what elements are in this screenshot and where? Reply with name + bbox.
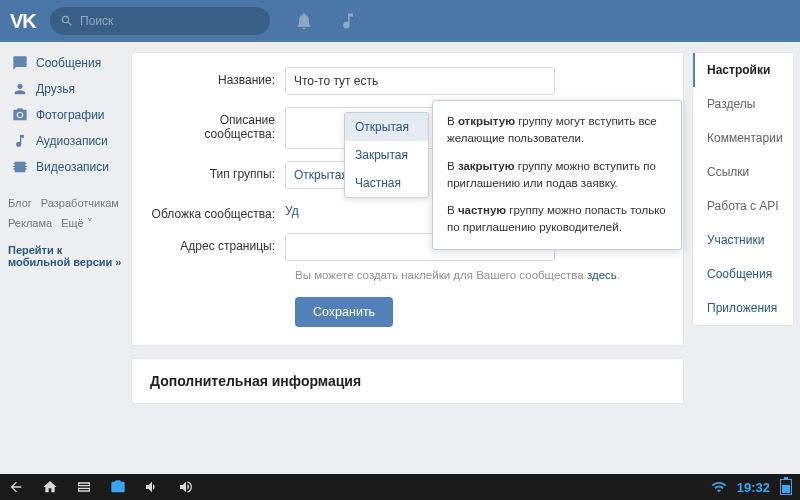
search-box[interactable] bbox=[50, 7, 270, 35]
left-sidebar: Сообщения Друзья Фотографии Аудиозаписи … bbox=[0, 42, 125, 474]
right-tabs-panel: Настройки Разделы Комментарии Ссылки Раб… bbox=[692, 52, 794, 326]
footer-link-dev[interactable]: Разработчикам bbox=[41, 197, 119, 209]
rtab-comments[interactable]: Комментарии bbox=[693, 121, 793, 155]
vk-logo[interactable]: VK bbox=[10, 10, 38, 33]
search-input[interactable] bbox=[80, 14, 260, 28]
search-icon bbox=[60, 14, 74, 28]
sidebar-item-audio[interactable]: Аудиозаписи bbox=[8, 128, 125, 154]
sidebar-item-label: Аудиозаписи bbox=[36, 134, 108, 148]
dropdown-option-open[interactable]: Открытая bbox=[345, 113, 428, 141]
name-label: Название: bbox=[150, 67, 285, 87]
main-content: Название: Описание сообщества: Тип групп… bbox=[125, 42, 692, 474]
group-type-label: Тип группы: bbox=[150, 161, 285, 181]
footer-links: Блог Разработчикам Реклама Ещё ˅ bbox=[8, 194, 125, 234]
volume-down-icon[interactable] bbox=[144, 479, 160, 495]
sidebar-item-video[interactable]: Видеозаписи bbox=[8, 154, 125, 180]
chat-icon bbox=[12, 55, 28, 71]
description-label: Описание сообщества: bbox=[150, 107, 285, 141]
footer-link-ads[interactable]: Реклама bbox=[8, 217, 52, 229]
bell-icon[interactable] bbox=[294, 11, 314, 31]
camera-icon bbox=[12, 107, 28, 123]
android-taskbar: 19:32 bbox=[0, 474, 800, 500]
back-icon[interactable] bbox=[8, 479, 24, 495]
cover-label: Обложка сообщества: bbox=[150, 201, 285, 221]
sidebar-item-messages[interactable]: Сообщения bbox=[8, 50, 125, 76]
footer-link-more[interactable]: Ещё ˅ bbox=[61, 217, 93, 229]
sidebar-item-label: Видеозаписи bbox=[36, 160, 109, 174]
video-icon bbox=[12, 159, 28, 175]
battery-icon bbox=[780, 479, 792, 495]
rtab-sections[interactable]: Разделы bbox=[693, 87, 793, 121]
stickers-link[interactable]: здесь bbox=[587, 269, 617, 281]
sidebar-item-label: Фотографии bbox=[36, 108, 105, 122]
sidebar-item-label: Сообщения bbox=[36, 56, 101, 70]
rtab-members[interactable]: Участники bbox=[693, 223, 793, 257]
rtab-settings[interactable]: Настройки bbox=[693, 53, 793, 87]
wifi-icon bbox=[711, 479, 727, 495]
right-sidebar: Настройки Разделы Комментарии Ссылки Раб… bbox=[692, 42, 800, 474]
top-bar: VK bbox=[0, 0, 800, 42]
name-input[interactable] bbox=[285, 67, 555, 95]
clock-time: 19:32 bbox=[737, 480, 770, 495]
additional-info-title: Дополнительная информация bbox=[150, 373, 665, 389]
cover-link[interactable]: Уд bbox=[285, 204, 299, 218]
rtab-api[interactable]: Работа с API bbox=[693, 189, 793, 223]
camera-app-icon[interactable] bbox=[110, 479, 126, 495]
footer-link-blog[interactable]: Блог bbox=[8, 197, 32, 209]
sidebar-item-friends[interactable]: Друзья bbox=[8, 76, 125, 102]
additional-info-panel: Дополнительная информация bbox=[131, 358, 684, 404]
rtab-messages[interactable]: Сообщения bbox=[693, 257, 793, 291]
person-icon bbox=[12, 81, 28, 97]
sidebar-item-photos[interactable]: Фотографии bbox=[8, 102, 125, 128]
save-button[interactable]: Сохранить bbox=[295, 297, 393, 327]
address-label: Адрес страницы: bbox=[150, 233, 285, 253]
recent-apps-icon[interactable] bbox=[76, 479, 92, 495]
dropdown-option-closed[interactable]: Закрытая bbox=[345, 141, 428, 169]
dropdown-option-private[interactable]: Частная bbox=[345, 169, 428, 197]
rtab-links[interactable]: Ссылки bbox=[693, 155, 793, 189]
stickers-hint: Вы можете создать наклейки для Вашего со… bbox=[295, 269, 665, 281]
rtab-apps[interactable]: Приложения bbox=[693, 291, 793, 325]
music-note-icon bbox=[12, 133, 28, 149]
group-type-dropdown: Открытая Закрытая Частная bbox=[344, 112, 429, 198]
home-icon[interactable] bbox=[42, 479, 58, 495]
sidebar-item-label: Друзья bbox=[36, 82, 75, 96]
volume-up-icon[interactable] bbox=[178, 479, 194, 495]
mobile-version-link[interactable]: Перейти к мобильной версии » bbox=[8, 244, 125, 268]
music-icon[interactable] bbox=[338, 11, 358, 31]
group-type-tooltip: В открытую группу могут вступить все жел… bbox=[432, 100, 682, 250]
